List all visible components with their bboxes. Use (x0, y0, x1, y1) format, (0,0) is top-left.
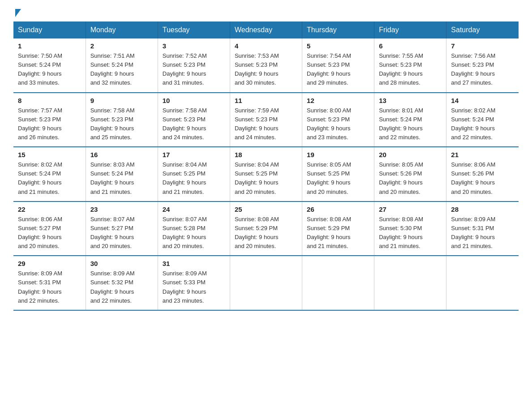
weekday-header-saturday: Saturday (446, 21, 519, 39)
calendar-cell: 23 Sunrise: 8:07 AMSunset: 5:27 PMDaylig… (86, 201, 158, 256)
day-number: 29 (18, 260, 81, 267)
calendar-cell: 4 Sunrise: 7:53 AMSunset: 5:23 PMDayligh… (230, 39, 302, 93)
calendar-cell: 30 Sunrise: 8:09 AMSunset: 5:32 PMDaylig… (86, 256, 158, 310)
day-number: 24 (163, 206, 225, 213)
day-info: Sunrise: 8:07 AMSunset: 5:27 PMDaylight:… (90, 216, 135, 249)
day-info: Sunrise: 7:58 AMSunset: 5:23 PMDaylight:… (163, 107, 207, 141)
day-info: Sunrise: 8:09 AMSunset: 5:31 PMDaylight:… (18, 270, 62, 304)
calendar-week-row: 22 Sunrise: 8:06 AMSunset: 5:27 PMDaylig… (13, 201, 519, 256)
calendar-cell: 2 Sunrise: 7:51 AMSunset: 5:24 PMDayligh… (86, 39, 158, 93)
day-number: 5 (307, 42, 369, 50)
day-info: Sunrise: 8:09 AMSunset: 5:32 PMDaylight:… (90, 270, 135, 304)
day-info: Sunrise: 8:09 AMSunset: 5:31 PMDaylight:… (451, 216, 495, 249)
calendar-cell: 18 Sunrise: 8:04 AMSunset: 5:25 PMDaylig… (230, 147, 302, 201)
day-number: 13 (379, 97, 442, 104)
day-info: Sunrise: 7:57 AMSunset: 5:23 PMDaylight:… (18, 107, 62, 141)
calendar-cell (446, 256, 519, 310)
calendar-cell: 20 Sunrise: 8:05 AMSunset: 5:26 PMDaylig… (374, 147, 446, 201)
day-number: 30 (90, 260, 153, 267)
day-info: Sunrise: 7:53 AMSunset: 5:23 PMDaylight:… (235, 52, 279, 86)
weekday-header-sunday: Sunday (13, 21, 86, 39)
day-info: Sunrise: 8:09 AMSunset: 5:33 PMDaylight:… (163, 270, 207, 304)
calendar-cell: 19 Sunrise: 8:05 AMSunset: 5:25 PMDaylig… (302, 147, 374, 201)
calendar-table: SundayMondayTuesdayWednesdayThursdayFrid… (13, 21, 519, 311)
day-number: 1 (18, 42, 81, 50)
day-number: 2 (90, 42, 153, 50)
calendar-cell: 27 Sunrise: 8:08 AMSunset: 5:30 PMDaylig… (374, 201, 446, 256)
day-number: 11 (235, 97, 297, 104)
day-info: Sunrise: 7:52 AMSunset: 5:23 PMDaylight:… (163, 52, 207, 86)
calendar-cell: 21 Sunrise: 8:06 AMSunset: 5:26 PMDaylig… (446, 147, 519, 201)
day-number: 4 (235, 42, 297, 50)
day-info: Sunrise: 7:50 AMSunset: 5:24 PMDaylight:… (18, 52, 62, 86)
day-info: Sunrise: 8:05 AMSunset: 5:25 PMDaylight:… (307, 161, 351, 195)
day-info: Sunrise: 7:56 AMSunset: 5:23 PMDaylight:… (451, 52, 495, 86)
calendar-cell (302, 256, 374, 310)
day-info: Sunrise: 8:00 AMSunset: 5:23 PMDaylight:… (307, 107, 351, 141)
calendar-cell: 29 Sunrise: 8:09 AMSunset: 5:31 PMDaylig… (13, 256, 86, 310)
calendar-cell: 16 Sunrise: 8:03 AMSunset: 5:24 PMDaylig… (86, 147, 158, 201)
day-info: Sunrise: 8:08 AMSunset: 5:30 PMDaylight:… (379, 216, 423, 249)
calendar-cell: 22 Sunrise: 8:06 AMSunset: 5:27 PMDaylig… (13, 201, 86, 256)
calendar-cell: 12 Sunrise: 8:00 AMSunset: 5:23 PMDaylig… (302, 93, 374, 147)
weekday-header-row: SundayMondayTuesdayWednesdayThursdayFrid… (13, 21, 519, 39)
calendar-cell: 10 Sunrise: 7:58 AMSunset: 5:23 PMDaylig… (158, 93, 230, 147)
day-info: Sunrise: 7:55 AMSunset: 5:23 PMDaylight:… (379, 52, 423, 86)
day-number: 25 (235, 206, 297, 213)
weekday-header-friday: Friday (374, 21, 446, 39)
weekday-header-monday: Monday (86, 21, 158, 39)
day-number: 8 (18, 97, 81, 104)
calendar-cell: 6 Sunrise: 7:55 AMSunset: 5:23 PMDayligh… (374, 39, 446, 93)
calendar-cell: 25 Sunrise: 8:08 AMSunset: 5:29 PMDaylig… (230, 201, 302, 256)
day-info: Sunrise: 7:58 AMSunset: 5:23 PMDaylight:… (90, 107, 135, 141)
day-number: 14 (451, 97, 514, 104)
calendar-cell: 31 Sunrise: 8:09 AMSunset: 5:33 PMDaylig… (158, 256, 230, 310)
day-number: 23 (90, 206, 153, 213)
calendar-cell: 14 Sunrise: 8:02 AMSunset: 5:24 PMDaylig… (446, 93, 519, 147)
day-info: Sunrise: 8:05 AMSunset: 5:26 PMDaylight:… (379, 161, 423, 195)
calendar-week-row: 1 Sunrise: 7:50 AMSunset: 5:24 PMDayligh… (13, 39, 519, 93)
day-number: 26 (307, 206, 369, 213)
day-number: 20 (379, 151, 442, 158)
day-number: 22 (18, 206, 81, 213)
day-info: Sunrise: 8:08 AMSunset: 5:29 PMDaylight:… (307, 216, 351, 249)
weekday-header-tuesday: Tuesday (158, 21, 230, 39)
day-number: 9 (90, 97, 153, 104)
calendar-cell: 9 Sunrise: 7:58 AMSunset: 5:23 PMDayligh… (86, 93, 158, 147)
day-info: Sunrise: 8:03 AMSunset: 5:24 PMDaylight:… (90, 161, 135, 195)
calendar-cell: 7 Sunrise: 7:56 AMSunset: 5:23 PMDayligh… (446, 39, 519, 93)
day-number: 27 (379, 206, 442, 213)
logo-triangle-icon (15, 9, 21, 17)
day-number: 28 (451, 206, 514, 213)
calendar-cell: 24 Sunrise: 8:07 AMSunset: 5:28 PMDaylig… (158, 201, 230, 256)
day-number: 18 (235, 151, 297, 158)
day-number: 12 (307, 97, 369, 104)
day-info: Sunrise: 7:51 AMSunset: 5:24 PMDaylight:… (90, 52, 135, 86)
day-number: 19 (307, 151, 369, 158)
weekday-header-wednesday: Wednesday (230, 21, 302, 39)
calendar-cell: 13 Sunrise: 8:01 AMSunset: 5:24 PMDaylig… (374, 93, 446, 147)
day-info: Sunrise: 8:08 AMSunset: 5:29 PMDaylight:… (235, 216, 279, 249)
day-info: Sunrise: 8:06 AMSunset: 5:26 PMDaylight:… (451, 161, 495, 195)
day-info: Sunrise: 8:02 AMSunset: 5:24 PMDaylight:… (451, 107, 495, 141)
day-info: Sunrise: 7:59 AMSunset: 5:23 PMDaylight:… (235, 107, 279, 141)
day-info: Sunrise: 8:06 AMSunset: 5:27 PMDaylight:… (18, 216, 62, 249)
calendar-week-row: 15 Sunrise: 8:02 AMSunset: 5:24 PMDaylig… (13, 147, 519, 201)
logo (13, 9, 21, 13)
calendar-cell: 15 Sunrise: 8:02 AMSunset: 5:24 PMDaylig… (13, 147, 86, 201)
calendar-week-row: 29 Sunrise: 8:09 AMSunset: 5:31 PMDaylig… (13, 256, 519, 310)
calendar-cell: 8 Sunrise: 7:57 AMSunset: 5:23 PMDayligh… (13, 93, 86, 147)
day-info: Sunrise: 8:04 AMSunset: 5:25 PMDaylight:… (235, 161, 279, 195)
calendar-cell (230, 256, 302, 310)
day-number: 7 (451, 42, 514, 50)
day-number: 16 (90, 151, 153, 158)
day-info: Sunrise: 8:02 AMSunset: 5:24 PMDaylight:… (18, 161, 62, 195)
calendar-cell: 11 Sunrise: 7:59 AMSunset: 5:23 PMDaylig… (230, 93, 302, 147)
day-info: Sunrise: 8:01 AMSunset: 5:24 PMDaylight:… (379, 107, 423, 141)
day-info: Sunrise: 8:07 AMSunset: 5:28 PMDaylight:… (163, 216, 207, 249)
calendar-cell (374, 256, 446, 310)
day-number: 17 (163, 151, 225, 158)
calendar-cell: 26 Sunrise: 8:08 AMSunset: 5:29 PMDaylig… (302, 201, 374, 256)
calendar-cell: 28 Sunrise: 8:09 AMSunset: 5:31 PMDaylig… (446, 201, 519, 256)
calendar-cell: 17 Sunrise: 8:04 AMSunset: 5:25 PMDaylig… (158, 147, 230, 201)
